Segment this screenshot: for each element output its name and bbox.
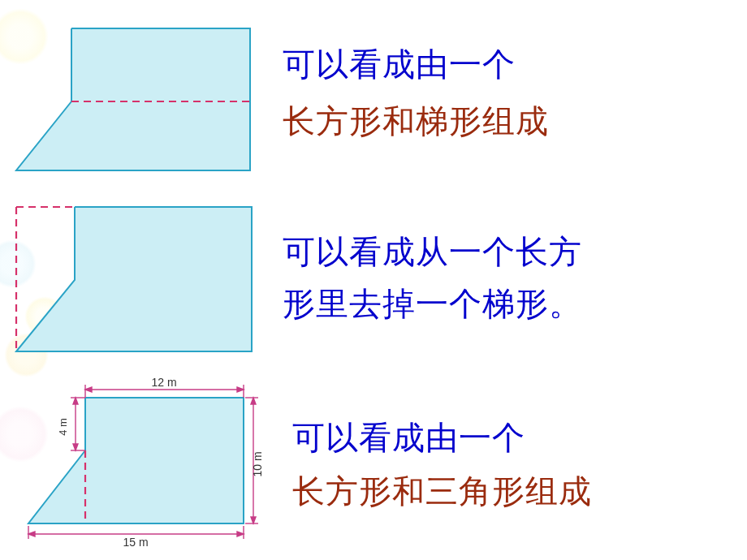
diagram-1 [0,8,276,179]
svg-marker-5 [28,398,244,523]
diagram-3: 12 m 10 m 15 m [0,373,292,556]
dim-top-label: 12 m [151,376,176,389]
row3-line2: 长方形和三角形组成 [292,470,747,514]
svg-marker-21 [237,532,244,536]
svg-marker-2 [16,207,252,351]
dim-right-label: 10 m [251,451,264,476]
row2-line2: 形里去掉一个梯形。 [283,282,747,326]
svg-marker-10 [85,387,92,392]
row1-line1: 可以看成由一个 [283,43,747,87]
row3-line1: 可以看成由一个 [292,416,747,460]
dim-bottom-label: 15 m [123,536,148,549]
svg-marker-26 [73,444,78,450]
svg-marker-25 [73,398,78,404]
dim-left-label: 4 m [57,418,69,436]
row2-text: 可以看成从一个长方 形里去掉一个梯形。 [283,230,747,326]
svg-marker-11 [237,387,244,392]
row3-text: 可以看成由一个 长方形和三角形组成 [292,416,747,514]
svg-marker-16 [251,517,256,523]
svg-marker-20 [28,532,35,536]
svg-marker-15 [251,398,256,404]
row1-text: 可以看成由一个 长方形和梯形组成 [283,43,747,144]
row2-line1: 可以看成从一个长方 [283,230,747,274]
diagram-2 [0,191,276,365]
svg-marker-0 [16,28,250,170]
row1-line2: 长方形和梯形组成 [283,100,747,144]
